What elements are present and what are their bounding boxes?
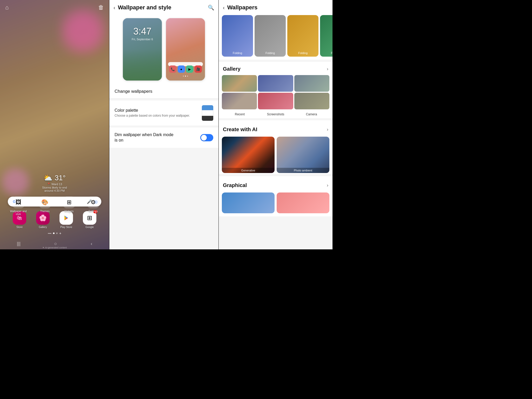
graphical-section-header: Graphical › [219,178,332,190]
graphical-section: Graphical › [219,176,332,216]
change-wallpapers-row[interactable]: Change wallpapers [109,85,218,98]
search-button[interactable]: 🔍 [208,4,214,11]
wallpapers-back-button[interactable]: ‹ [223,5,225,11]
ai-photo-thumb[interactable]: Photo ambient [277,137,329,173]
weather-description: Storms likely to endaround 4:30 PM [42,186,67,192]
preview-dots [166,76,205,77]
widgets-shortcut-label: Widgets [64,210,74,213]
home-icon: ⌂ [5,4,9,11]
folding-thumb-gray[interactable]: Folding [255,15,286,57]
color-palette-row: Color palette Choose a palette based on … [115,105,213,121]
gallery-label-screenshots: Screenshots [258,112,294,116]
shortcut-widgets[interactable]: ⊞ Widgets [63,196,75,216]
weather-cloud-icon: ⛅ [43,174,52,182]
gallery-arrow-icon[interactable]: › [327,66,328,72]
home-topbar: ⌂ 🗑 [0,0,109,13]
ai-generative-thumb[interactable]: Generative [222,137,275,173]
wallpaper-panel-title: Wallpaper and style [118,4,205,11]
dim-wallpaper-title: Dim wallpaper when Dark modeis on [115,132,200,143]
android-recents-icon[interactable]: ‹ [91,241,92,247]
gallery-cell-cam-2[interactable] [294,93,329,109]
wallpaper-panel-header: ‹ Wallpaper and style 🔍 [109,0,218,13]
color-palette-title: Color palette [115,108,199,113]
delete-icon[interactable]: 🗑 [98,4,104,11]
settings-shortcut-label: Settings [88,210,98,213]
ai-photo-label: Photo ambient [277,168,329,173]
dot-plus: + [59,231,61,235]
wallpapers-panel: ‹ Wallpapers Folding Folding Folding Fol… [219,0,332,249]
gallery-cell-recent-2[interactable] [222,93,257,109]
lock-screen-preview[interactable]: 3:47 Fri, September 6 [123,18,162,81]
android-back-icon[interactable]: ||| [17,241,21,247]
folding-thumb-gold[interactable]: Folding [287,15,318,57]
palette-blue [202,105,213,110]
home-shortcuts: 🖼 Wallpaper andstyle 🎨 Themes ⊞ Widgets … [0,196,109,216]
shortcut-themes[interactable]: 🎨 Themes [39,196,51,216]
graphical-thumb-2[interactable] [277,192,329,213]
gallery-labels-row: Recent Screenshots Camera [219,111,332,118]
wallpapers-panel-title: Wallpapers [227,4,328,11]
graphical-thumbs [219,190,332,216]
themes-shortcut-label: Themes [40,210,50,213]
weather-widget: ⛅ 31° 📍 Ward 13 Storms likely to endarou… [0,174,109,192]
weather-temperature: 31° [55,174,65,182]
create-ai-section: Create with AI › Generative Photo ambien… [219,120,332,174]
preview-icon-2: ● [178,65,185,73]
graphical-thumb-1[interactable] [222,192,275,213]
folding-label-2: Folding [255,51,286,55]
preview-dot-2 [187,76,188,77]
folding-thumb-blue[interactable]: Folding [222,15,253,57]
settings-shortcut-icon: ⚙ [87,196,99,208]
gallery-cell-ss-1[interactable] [258,75,293,92]
graphical-section-title: Graphical [223,182,247,188]
themes-shortcut-icon: 🎨 [39,196,51,208]
wallpaper-shortcut-label: Wallpaper andstyle [10,210,26,216]
back-button[interactable]: ‹ [114,5,115,11]
preview-icon-4: 🎥 [195,65,202,73]
color-palette-section: Color palette Choose a palette based on … [109,101,218,125]
color-palette-desc: Choose a palette based on colors from yo… [115,114,199,118]
shortcut-settings[interactable]: ⚙ Settings [87,196,99,216]
ai-generative-label: Generative [222,168,275,173]
home-screen-preview[interactable]: 📞 ● ▶ 🎥 [166,18,205,81]
palette-white [202,110,213,116]
dim-wallpaper-row: Dim wallpaper when Dark modeis on [115,132,213,143]
wallpaper-style-panel: ‹ Wallpaper and style 🔍 3:47 Fri, Septem… [109,0,218,249]
lock-time-display: 3:47 [123,26,162,37]
android-home-icon[interactable]: ○ [54,241,57,247]
preview-dot [183,76,184,77]
create-ai-arrow-icon[interactable]: › [327,127,328,132]
folding-label-4: Folding [320,51,332,55]
folding-thumb-green[interactable]: Folding [320,15,332,57]
gallery-cell-recent-1[interactable] [222,75,257,92]
preview-icon-3: ▶ [186,65,193,73]
android-nav-bar: ||| ○ ‹ ✦ AI-generated content [0,239,109,249]
ai-thumbs-row: Generative Photo ambient [219,135,332,174]
create-ai-title: Create with AI [223,127,257,132]
gallery-cell-ss-2[interactable] [258,93,293,109]
dim-wallpaper-section: Dim wallpaper when Dark modeis on [109,128,218,148]
palette-dark [202,116,213,121]
color-palette-text: Color palette Choose a palette based on … [115,108,199,118]
ai-generated-label: ✦ AI-generated content [0,246,109,249]
gallery-grid [219,74,332,111]
wallpaper-previews-row: 3:47 Fri, September 6 📞 ● ▶ 🎥 [109,13,218,85]
dot-line [48,233,51,234]
playstore-label: Play Store [60,226,72,229]
dot [56,232,58,234]
page-dots: + [0,231,109,235]
store-bag-icon: 🛍 [17,215,22,221]
folding-wallpapers-row: Folding Folding Folding Folding [219,13,332,60]
gallery-label: Gallery [39,226,47,229]
dim-wallpaper-toggle[interactable] [200,134,213,141]
weather-location: 📍 Ward 13 [47,183,62,186]
gallery-cell-cam-1[interactable] [294,75,329,92]
dot-active [53,232,55,234]
preview-icon-1: 📞 [169,65,176,73]
gallery-label-camera: Camera [294,112,329,116]
graphical-arrow-icon[interactable]: › [327,183,328,188]
folding-label-3: Folding [287,51,318,55]
shortcut-wallpaper[interactable]: 🖼 Wallpaper andstyle [10,196,26,216]
store-label: Store [16,226,23,229]
change-wallpapers-label: Change wallpapers [115,89,152,94]
